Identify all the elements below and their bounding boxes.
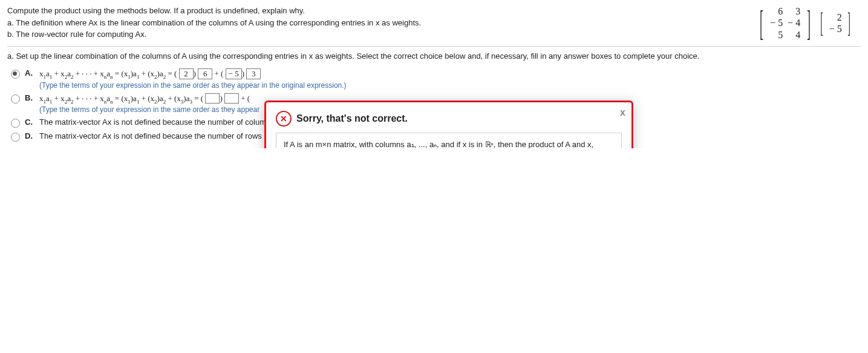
answer-box-a2[interactable]: − 5 xyxy=(226,68,242,79)
A-1-1: 6 xyxy=(778,5,783,17)
choice-d-text: The matrix-vector Ax is not defined beca… xyxy=(39,131,279,140)
answer-box-b1v[interactable] xyxy=(224,93,239,104)
A-2-2: − 4 xyxy=(788,17,800,28)
close-icon[interactable]: x xyxy=(620,107,625,118)
choice-a-letter: A. xyxy=(25,68,36,78)
A-3-2: 4 xyxy=(795,29,800,41)
choice-a[interactable]: A. x1a1 + x2a2 + · · · + xnan = (x1)a1 +… xyxy=(7,67,861,91)
A-3-1: 5 xyxy=(778,29,783,41)
answer-box-a2v[interactable]: 3 xyxy=(246,68,261,79)
A-2-1: − 5 xyxy=(770,17,783,28)
choice-c-text: The matrix-vector Ax is not defined beca… xyxy=(39,117,275,127)
x-1: 2 xyxy=(837,12,842,23)
radio-c[interactable] xyxy=(11,119,20,128)
A-1-2: 3 xyxy=(795,5,800,17)
feedback-modal: x ✕ Sorry, that's not correct. If A is a… xyxy=(264,101,633,148)
choice-a-expr: x1a1 + x2a2 + · · · + xnan = (x1)a1 + (x… xyxy=(39,69,261,78)
feedback-text-1: If A is an m×n matrix, with columns a₁, … xyxy=(284,140,485,148)
part-a-prompt: a. Set up the linear combination of the … xyxy=(7,51,861,61)
choice-b-letter: B. xyxy=(25,93,36,102)
x-2: − 5 xyxy=(829,23,842,35)
feedback-title: Sorry, that's not correct. xyxy=(296,113,408,124)
feedback-body: If A is an m×n matrix, with columns a₁, … xyxy=(276,133,622,148)
choice-b-hint: (Type the terms of your expression in th… xyxy=(39,105,259,114)
question-part-a: a. The definition where Ax is the linear… xyxy=(7,17,421,29)
question-intro: Compute the product using the methods be… xyxy=(7,5,421,17)
answer-box-b1[interactable] xyxy=(205,93,220,104)
choice-a-hint: (Type the terms of your expression in th… xyxy=(39,81,347,90)
choice-b-expr: x1a1 + x2a2 + · · · + xnan = (x1)a1 + (x… xyxy=(39,94,250,103)
question-part-b: b. The row-vector rule for computing Ax. xyxy=(7,28,421,41)
matrix-display: [ 6 − 5 5 3 − 4 4 ] [ 2 − 5 ] xyxy=(755,5,861,41)
radio-b[interactable] xyxy=(11,94,20,104)
choice-c-letter: C. xyxy=(25,117,36,127)
radio-a[interactable] xyxy=(11,70,20,79)
answer-box-a1[interactable]: 2 xyxy=(179,68,194,79)
radio-d[interactable] xyxy=(11,133,20,142)
choice-d-letter: D. xyxy=(25,131,36,140)
wrong-icon: ✕ xyxy=(276,111,292,127)
answer-box-a1v[interactable]: 6 xyxy=(198,68,212,79)
rn-symbol: ℝⁿ xyxy=(485,140,494,148)
